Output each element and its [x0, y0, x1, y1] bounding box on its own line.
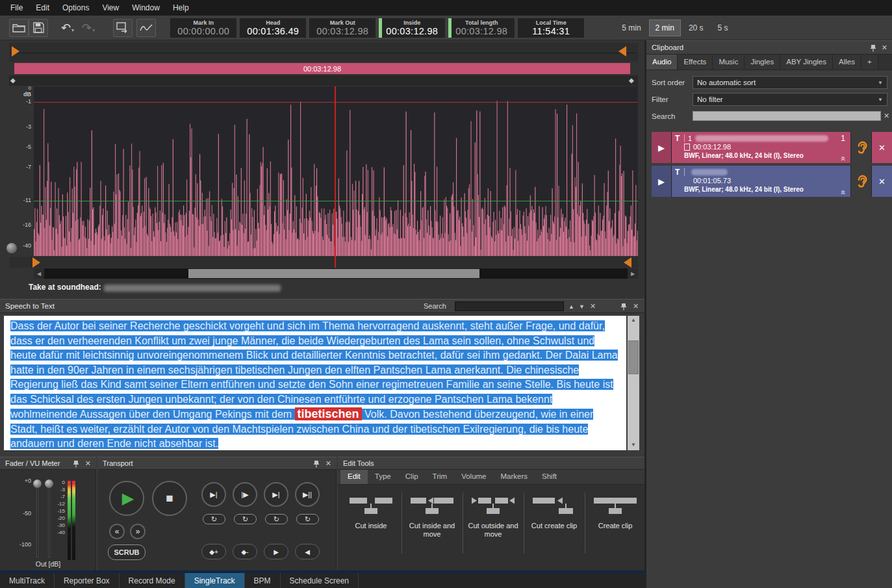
play-to-mark-out-button[interactable]: ▶|: [264, 482, 288, 507]
menu-item-edit[interactable]: Edit: [29, 1, 56, 15]
play-from-mark-in-button[interactable]: ▶|: [201, 482, 226, 507]
loop-button-4[interactable]: ↻: [296, 514, 319, 524]
tool-cut-inside-and-move[interactable]: Cut inside and move: [401, 489, 463, 539]
tab-bpm[interactable]: BPM: [245, 573, 281, 588]
step-back-button[interactable]: ◀: [295, 544, 320, 559]
loop-button-2[interactable]: ↻: [234, 514, 257, 524]
play-from-head-button[interactable]: |▶: [233, 482, 257, 507]
loop-button-3[interactable]: ↻: [265, 514, 288, 524]
tab-markers[interactable]: Markers: [494, 470, 535, 484]
stop-button[interactable]: ■: [152, 481, 187, 516]
fader-track-right[interactable]: [48, 483, 50, 557]
remove-item-button[interactable]: ✕: [872, 166, 892, 197]
collapse-chevron-icon[interactable]: «: [838, 156, 848, 160]
zoom-button-2min[interactable]: 2 min: [649, 19, 681, 36]
tab-edit[interactable]: Edit: [340, 470, 368, 484]
play-around-button[interactable]: ▶||: [295, 482, 320, 507]
tab-type[interactable]: Type: [368, 470, 398, 484]
play-button[interactable]: ▶: [652, 132, 671, 163]
step-forward-button[interactable]: ▶: [264, 544, 288, 559]
redo-dropdown-icon[interactable]: ▾: [92, 27, 95, 34]
scrollbar-thumb[interactable]: [188, 269, 479, 278]
level-line[interactable]: [34, 201, 638, 201]
close-panel-icon[interactable]: ✕: [325, 459, 331, 468]
scroll-right-button[interactable]: ▶: [628, 268, 638, 279]
tab-volume[interactable]: Volume: [454, 470, 493, 484]
waveform-display[interactable]: [34, 86, 638, 256]
filter-select[interactable]: No filter ▼: [693, 93, 887, 106]
tool-cut-inside[interactable]: Cut inside: [340, 489, 401, 530]
menu-item-options[interactable]: Options: [56, 1, 96, 15]
tab-schedule-screen[interactable]: Schedule Screen: [281, 573, 359, 588]
speech-scrollbar-thumb[interactable]: [628, 340, 639, 374]
scroll-left-button[interactable]: ◀: [34, 268, 44, 279]
redo-button[interactable]: ↷ ▾: [82, 22, 95, 34]
mark-in-flag-icon[interactable]: [12, 46, 19, 57]
tab-multitrack[interactable]: MultiTrack: [0, 573, 55, 588]
close-panel-icon[interactable]: ✕: [633, 302, 639, 311]
zoom-button-5s[interactable]: 5 s: [711, 19, 735, 36]
fader-knob-left[interactable]: [33, 479, 42, 488]
skip-back-button[interactable]: «: [109, 524, 125, 539]
timeline-ruler[interactable]: [9, 43, 638, 62]
tool-cut-outside-and-move[interactable]: Cut outside and move: [463, 489, 524, 539]
playhead[interactable]: [335, 86, 336, 268]
scroll-up-icon[interactable]: ▲: [631, 317, 636, 323]
mark-in-flag-bottom-icon[interactable]: [32, 257, 40, 268]
mark-out-flag-icon[interactable]: [618, 46, 626, 57]
tab-reporter-box[interactable]: Reporter Box: [55, 573, 120, 588]
lower-marker-strip[interactable]: [9, 257, 638, 268]
menu-item-view[interactable]: View: [96, 1, 125, 15]
zoom-button-5min[interactable]: 5 min: [615, 19, 647, 36]
marker-diamond-right-icon[interactable]: ◆: [629, 76, 634, 85]
sort-order-select[interactable]: No automatic sort ▼: [693, 76, 887, 89]
clipboard-tab-alles[interactable]: Alles: [833, 55, 861, 70]
save-button[interactable]: [29, 19, 48, 37]
gain-knob[interactable]: [6, 243, 17, 253]
undo-dropdown-icon[interactable]: ▾: [71, 27, 74, 34]
tab-shift[interactable]: Shift: [535, 470, 564, 484]
prelisten-button[interactable]: [851, 132, 871, 163]
pin-icon[interactable]: [870, 44, 876, 52]
transfer-take-button[interactable]: [113, 19, 133, 37]
selection-duration-bar[interactable]: 00:03:12.98: [14, 63, 630, 74]
clipboard-item-2[interactable]: ▶ T 00:01:05.73 BWF, Linear; 48.0 kHz, 2…: [652, 166, 892, 197]
prev-match-icon[interactable]: ▲: [568, 303, 574, 310]
clipboard-tab-aby-jingles[interactable]: ABY Jingles: [780, 55, 833, 70]
pin-icon[interactable]: [313, 460, 320, 468]
play-button[interactable]: ▶: [109, 481, 144, 516]
clipboard-tab-add[interactable]: +: [861, 55, 878, 70]
clipboard-search-input[interactable]: [693, 111, 881, 121]
zoom-button-20s[interactable]: 20 s: [682, 19, 710, 36]
clipboard-tab-music[interactable]: Music: [713, 55, 745, 70]
prelisten-button[interactable]: [851, 166, 871, 197]
tab-trim[interactable]: Trim: [426, 470, 455, 484]
item-body[interactable]: T 00:01:05.73 BWF, Linear; 48.0 kHz, 24 …: [672, 166, 850, 197]
clipboard-item-1[interactable]: ▶ T 1 1 00:03:12.98 BWF, Linear; 48.0 kH…: [652, 132, 892, 163]
speech-search-input[interactable]: [455, 301, 564, 311]
mark-out-flag-bottom-icon[interactable]: [624, 257, 631, 268]
fader-track-left[interactable]: [36, 483, 38, 557]
speech-scrollbar[interactable]: ▲ ▼: [628, 316, 639, 450]
loop-button-1[interactable]: ↻: [203, 514, 225, 524]
tab-record-mode[interactable]: Record Mode: [120, 573, 185, 588]
next-match-icon[interactable]: ▼: [579, 303, 585, 310]
clear-search-icon[interactable]: ✕: [884, 112, 889, 120]
open-button[interactable]: [9, 19, 29, 37]
scrub-button[interactable]: SCRUB: [108, 544, 146, 560]
fader-knob-right[interactable]: [45, 479, 53, 488]
menu-item-help[interactable]: Help: [166, 1, 196, 15]
pin-icon[interactable]: [620, 303, 627, 311]
tool-cut-create-clip[interactable]: Cut create clip: [524, 489, 585, 530]
marker-diamond-left-icon[interactable]: ◆: [10, 76, 16, 85]
scroll-down-icon[interactable]: ▼: [631, 442, 636, 448]
waveform-edit-button[interactable]: [136, 19, 156, 37]
undo-button[interactable]: ↶ ▾: [61, 22, 74, 34]
collapse-chevron-icon[interactable]: «: [838, 190, 848, 194]
clipboard-tab-audio[interactable]: Audio: [646, 55, 678, 70]
marker-delete-button[interactable]: ◆-: [233, 544, 257, 559]
tab-singletrack[interactable]: SingleTrack: [185, 573, 245, 588]
tool-create-clip[interactable]: Create clip: [585, 489, 646, 530]
remove-item-button[interactable]: ✕: [872, 132, 892, 163]
tab-clip[interactable]: Clip: [398, 470, 426, 484]
